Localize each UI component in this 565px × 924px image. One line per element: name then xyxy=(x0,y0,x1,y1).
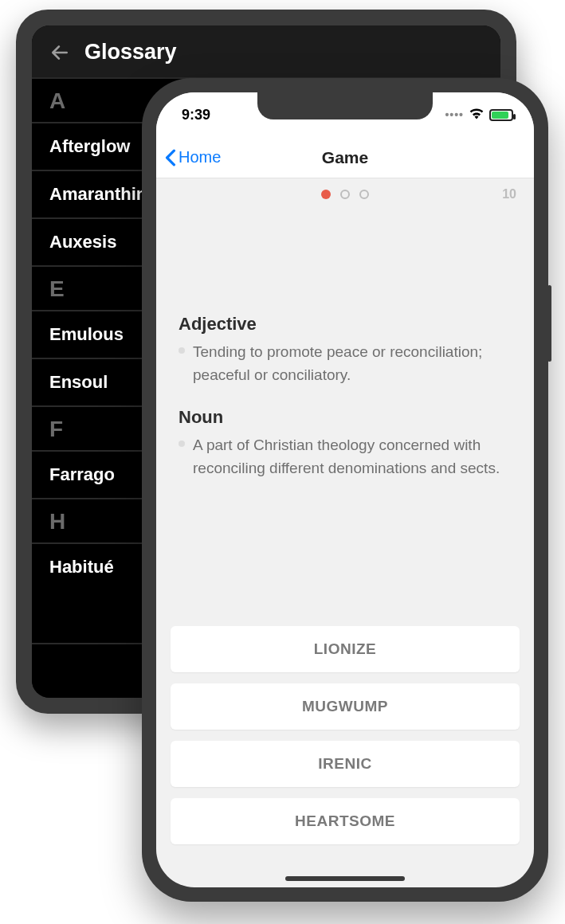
answer-option[interactable]: IRENIC xyxy=(171,741,520,787)
question-body: Adjective Tending to promote peace or re… xyxy=(156,210,534,626)
progress-dot xyxy=(340,190,350,199)
wifi-icon xyxy=(469,107,485,123)
answer-option[interactable]: HEARTSOME xyxy=(171,798,520,844)
notch xyxy=(257,92,433,119)
bullet-icon xyxy=(179,440,185,447)
game-screen: 9:39 •••• Home Game xyxy=(156,92,534,887)
nav-bar: Home Game xyxy=(156,137,534,178)
home-indicator[interactable] xyxy=(285,876,405,881)
answer-option[interactable]: MUGWUMP xyxy=(171,683,520,730)
bullet-icon xyxy=(179,347,185,354)
side-button xyxy=(547,285,551,362)
progress-indicator: 10 xyxy=(156,178,534,210)
answer-options: LIONIZE MUGWUMP IRENIC HEARTSOME xyxy=(156,626,534,887)
page-title: Game xyxy=(322,148,368,167)
signal-icon: •••• xyxy=(445,108,464,121)
definition-text: Tending to promote peace or reconciliati… xyxy=(193,341,512,386)
phone-game: 9:39 •••• Home Game xyxy=(142,78,548,902)
definition-text: A part of Christian theology concerned w… xyxy=(193,434,512,480)
glossary-header: Glossary xyxy=(32,25,500,77)
back-label: Home xyxy=(179,148,221,166)
progress-dot-active xyxy=(321,190,331,199)
status-time: 9:39 xyxy=(182,107,210,123)
part-of-speech: Noun xyxy=(179,407,512,428)
answer-option[interactable]: LIONIZE xyxy=(171,626,520,672)
back-arrow-icon[interactable] xyxy=(49,42,70,63)
battery-icon xyxy=(489,109,513,121)
progress-total: 10 xyxy=(502,187,516,202)
progress-dot xyxy=(359,190,369,199)
part-of-speech: Adjective xyxy=(179,314,512,335)
glossary-title: Glossary xyxy=(84,40,177,65)
back-button[interactable]: Home xyxy=(164,148,221,166)
